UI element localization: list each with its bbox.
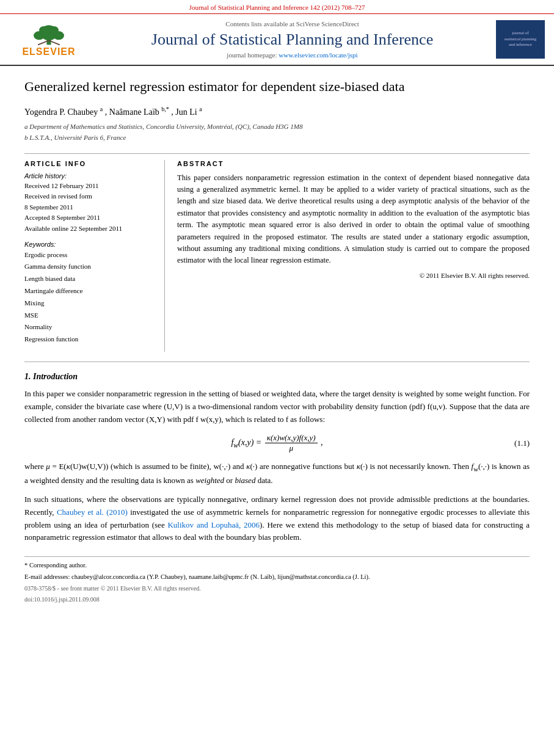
svg-point-5 — [50, 26, 59, 34]
abstract-text: This paper considers nonparametric regre… — [177, 172, 530, 267]
elsevier-logo-section: ELSEVIER — [9, 20, 89, 59]
keywords-label: Keywords: — [24, 241, 155, 248]
article-info-heading: ARTICLE INFO — [24, 160, 155, 167]
article-history: Article history: Received 12 February 20… — [24, 172, 155, 234]
elsevier-text: ELSEVIER — [22, 46, 75, 57]
homepage-link[interactable]: www.elsevier.com/locate/jspi — [279, 51, 357, 59]
affiliation-b: b L.S.T.A., Université Paris 6, France — [24, 133, 530, 144]
keywords-group: Keywords: Ergodic process Gamma density … — [24, 241, 155, 346]
intro-para1: In this paper we consider nonparametric … — [24, 388, 530, 426]
main-content: Generalized kernel regression estimator … — [0, 66, 554, 618]
article-title: Generalized kernel regression estimator … — [24, 78, 530, 96]
issn-line: 0378-3758/$ - see front matter © 2011 El… — [24, 584, 530, 593]
kulikov-ref-link[interactable]: Kulikov and Lopuhaä, 2006 — [167, 520, 260, 529]
introduction-section: 1. Introduction In this paper we conside… — [24, 372, 530, 544]
journal-citation: Journal of Statistical Planning and Infe… — [189, 4, 365, 11]
authors-line: Yogendra P. Chaubey a , Naâmane Laïb b,*… — [24, 106, 530, 117]
elsevier-logo: ELSEVIER — [15, 21, 82, 58]
formula-number-1-1: (1.1) — [514, 438, 530, 448]
affiliation-a: a Department of Mathematics and Statisti… — [24, 122, 530, 133]
article-info-column: ARTICLE INFO Article history: Received 1… — [24, 160, 165, 352]
journal-thumb: journal of statistical planning and infe… — [496, 20, 545, 59]
journal-header-center: Contents lists available at SciVerse Sci… — [95, 20, 490, 59]
journal-header: ELSEVIER Contents lists available at Sci… — [0, 14, 554, 66]
journal-homepage: journal homepage: www.elsevier.com/locat… — [227, 51, 357, 59]
keywords-list: Ergodic process Gamma density function L… — [24, 249, 155, 346]
info-abstract-section: ARTICLE INFO Article history: Received 1… — [24, 153, 530, 352]
copyright: © 2011 Elsevier B.V. All rights reserved… — [177, 272, 530, 279]
chaubey-ref-link[interactable]: Chaubey et al. (2010) — [57, 507, 128, 517]
abstract-column: ABSTRACT This paper considers nonparamet… — [177, 160, 530, 352]
intro-para3: In such situations, where the observatio… — [24, 493, 530, 544]
section-divider — [24, 362, 530, 362]
email-addresses: E-mail addresses: chaubey@alcor.concordi… — [24, 572, 530, 582]
sciverse-line: Contents lists available at SciVerse Sci… — [225, 20, 359, 27]
footnotes: * Corresponding author. E-mail addresses… — [24, 556, 530, 604]
history-label: Article history: — [24, 172, 155, 180]
intro-heading: 1. Introduction — [24, 372, 530, 382]
journal-title: Journal of Statistical Planning and Infe… — [151, 30, 433, 49]
svg-point-4 — [39, 26, 48, 34]
affiliations: a Department of Mathematics and Statisti… — [24, 122, 530, 143]
corresponding-author-note: * Corresponding author. — [24, 561, 530, 570]
doi-line: doi:10.1016/j.jspi.2011.09.008 — [24, 595, 530, 604]
intro-para2: where μ = E(κ(U)w(U,V)) (which is assume… — [24, 460, 530, 487]
abstract-heading: ABSTRACT — [177, 160, 530, 167]
elsevier-tree-icon — [24, 22, 73, 46]
top-bar: Journal of Statistical Planning and Infe… — [0, 0, 554, 14]
history-text: Received 12 February 2011 Received in re… — [24, 181, 155, 234]
formula-1-1: fw(x,y) = κ(x)w(x,y)f(x,y) μ , (1.1) — [24, 433, 530, 453]
